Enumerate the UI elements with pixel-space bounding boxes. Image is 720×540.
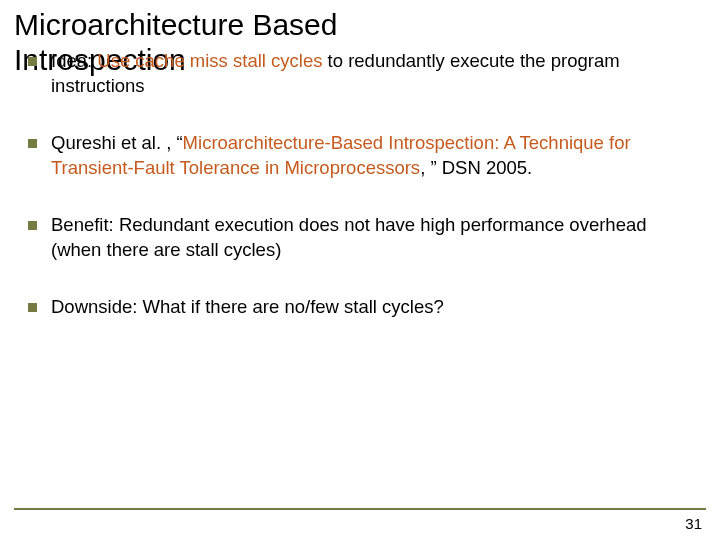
bullet-text: Downside: What if there are no/few stall… [51,295,692,320]
text-highlight: Use cache miss stall cycles [97,50,322,71]
text-prefix: Benefit: Redundant execution does not ha… [51,214,647,260]
bullet-icon [28,303,37,312]
bullet-icon [28,139,37,148]
list-item: Downside: What if there are no/few stall… [28,295,692,320]
page-number: 31 [685,515,702,532]
footer-divider [14,508,706,510]
bullet-text: Qureshi et al. , “Microarchitecture-Base… [51,131,692,181]
text-prefix: Qureshi et al. , “ [51,132,183,153]
bullet-text: Benefit: Redundant execution does not ha… [51,213,692,263]
list-item: Benefit: Redundant execution does not ha… [28,213,692,263]
title-line-1: Microarchitecture Based [14,8,337,41]
list-item: Idea: Use cache miss stall cycles to red… [28,49,692,99]
bullet-text: Idea: Use cache miss stall cycles to red… [51,49,692,99]
slide-content: Idea: Use cache miss stall cycles to red… [0,49,720,320]
text-prefix: Idea: [51,50,97,71]
list-item: Qureshi et al. , “Microarchitecture-Base… [28,131,692,181]
bullet-icon [28,57,37,66]
text-prefix: Downside: What if there are no/few stall… [51,296,444,317]
text-suffix: , ” DSN 2005. [420,157,532,178]
bullet-icon [28,221,37,230]
